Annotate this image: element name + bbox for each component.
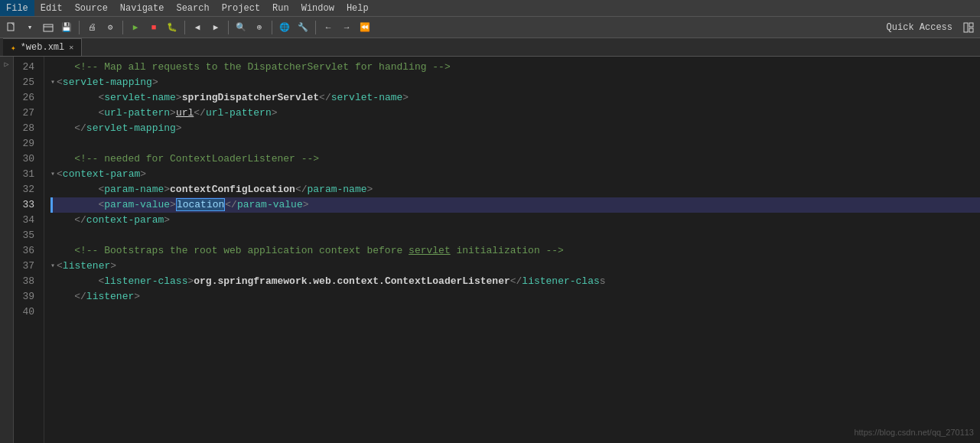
ln-28: 28 <box>17 121 37 136</box>
menu-navigate[interactable]: Navigate <box>114 0 171 16</box>
code-text-26: <servlet-name>springDispatcherServlet</s… <box>50 90 409 106</box>
code-text-24: <!-- Map all requests to the DispatcherS… <box>50 60 451 75</box>
tab-web-xml[interactable]: ✦ *web.xml ✕ <box>3 38 82 56</box>
tab-close-button[interactable]: ✕ <box>69 43 73 52</box>
code-line-32: <param-name>contextConfigLocation</param… <box>50 182 980 197</box>
ln-40: 40 <box>17 305 37 320</box>
btn7[interactable]: ← <box>320 19 337 36</box>
btn1[interactable]: ◀ <box>189 19 206 36</box>
fold-arrow-31[interactable]: ▾ <box>50 167 55 182</box>
new-button[interactable] <box>3 19 20 36</box>
btn8[interactable]: → <box>338 19 355 36</box>
fold-arrow-25[interactable]: ▾ <box>50 75 55 90</box>
menu-file[interactable]: File <box>0 0 34 16</box>
menu-help[interactable]: Help <box>340 0 375 16</box>
code-text-39: </listener> <box>50 289 140 305</box>
menu-run[interactable]: Run <box>266 0 295 16</box>
btn3[interactable]: 🔍 <box>233 19 249 36</box>
tab-bar: ✦ *web.xml ✕ <box>0 38 980 57</box>
editor-area: ▷ 24 25 26 27 28 29 30 31 32 33 34 35 36… <box>0 57 980 443</box>
code-line-28: </servlet-mapping> <box>50 121 980 136</box>
code-text-34: </context-param> <box>50 213 170 228</box>
properties-button[interactable]: ⚙ <box>102 19 119 36</box>
sep3 <box>184 21 185 34</box>
btn5[interactable]: 🌐 <box>276 19 293 36</box>
ln-34: 34 <box>17 213 37 228</box>
ln-39: 39 <box>17 289 37 305</box>
sep5 <box>272 21 272 34</box>
code-line-34: </context-param> <box>50 213 980 228</box>
quick-access-label: Quick Access <box>887 22 952 33</box>
code-line-38: <listener-class>org.springframework.web.… <box>50 274 980 289</box>
sep1 <box>79 21 80 34</box>
code-line-25: ▾<servlet-mapping> <box>50 75 980 90</box>
code-line-35 <box>50 228 980 243</box>
ln-30: 30 <box>17 151 37 167</box>
menu-window[interactable]: Window <box>295 0 340 16</box>
menu-source[interactable]: Source <box>69 0 114 16</box>
menu-bar: File Edit Source Navigate Search Project… <box>0 0 980 17</box>
save-button[interactable]: ▾ <box>21 19 38 36</box>
code-text-30: <!-- needed for ContextLoaderListener --… <box>50 151 319 167</box>
sep4 <box>228 21 229 34</box>
code-text-25: <servlet-mapping> <box>57 75 158 90</box>
gutter-icon-1: ▷ <box>1 58 13 70</box>
code-line-37: ▾<listener> <box>50 259 980 274</box>
layout-button[interactable] <box>960 19 977 36</box>
code-text-35 <box>50 228 57 243</box>
fold-arrow-37[interactable]: ▾ <box>50 259 55 274</box>
code-editor[interactable]: 24 25 26 27 28 29 30 31 32 33 34 35 36 3… <box>14 57 980 443</box>
code-content[interactable]: <!-- Map all requests to the DispatcherS… <box>44 57 980 443</box>
open-button[interactable] <box>40 19 57 36</box>
menu-project[interactable]: Project <box>216 0 266 16</box>
ln-33: 33 <box>17 197 37 213</box>
code-text-36: <!-- Bootstraps the root web application… <box>50 243 564 259</box>
code-line-31: ▾<context-param> <box>50 167 980 182</box>
svg-rect-1 <box>44 24 53 31</box>
ln-27: 27 <box>17 106 37 121</box>
code-line-33: <param-value>location</param-value> <box>50 197 980 213</box>
ln-24: 24 <box>17 60 37 75</box>
menu-search[interactable]: Search <box>170 0 215 16</box>
code-text-40 <box>50 305 57 320</box>
debug-button[interactable]: 🐛 <box>164 19 181 36</box>
code-text-38: <listener-class>org.springframework.web.… <box>50 274 606 289</box>
tab-label: *web.xml <box>21 42 65 53</box>
svg-rect-3 <box>969 23 973 27</box>
svg-rect-2 <box>964 23 968 32</box>
btn2[interactable]: ▶ <box>207 19 224 36</box>
tab-icon: ✦ <box>11 43 16 53</box>
ln-36: 36 <box>17 243 37 259</box>
print-button[interactable]: 🖨 <box>83 19 100 36</box>
code-text-32: <param-name>contextConfigLocation</param… <box>50 182 373 197</box>
watermark: https://blog.csdn.net/qq_270113 <box>854 428 974 437</box>
ln-31: 31 <box>17 167 37 182</box>
code-line-24: <!-- Map all requests to the DispatcherS… <box>50 60 980 75</box>
btn4[interactable]: ⊕ <box>251 19 268 36</box>
left-gutter: ▷ <box>0 57 14 443</box>
code-text-33: <param-value>location</param-value> <box>50 197 309 213</box>
menu-edit[interactable]: Edit <box>34 0 69 16</box>
ln-29: 29 <box>17 136 37 151</box>
code-text-37: <listener> <box>57 259 116 274</box>
svg-rect-4 <box>969 28 973 32</box>
code-text-29 <box>50 136 57 151</box>
code-text-31: <context-param> <box>57 167 146 182</box>
btn9[interactable]: ⏪ <box>357 19 373 36</box>
run-button[interactable]: ▶ <box>127 19 144 36</box>
code-line-40 <box>50 305 980 320</box>
code-line-36: <!-- Bootstraps the root web application… <box>50 243 980 259</box>
code-text-27: <url-pattern>url</url-pattern> <box>50 106 278 121</box>
line-numbers: 24 25 26 27 28 29 30 31 32 33 34 35 36 3… <box>14 57 44 443</box>
ln-37: 37 <box>17 259 37 274</box>
ln-32: 32 <box>17 182 37 197</box>
ln-38: 38 <box>17 274 37 289</box>
btn6[interactable]: 🔧 <box>295 19 311 36</box>
code-line-29 <box>50 136 980 151</box>
stop-button[interactable]: ■ <box>145 19 162 36</box>
save-all-button[interactable]: 💾 <box>58 19 75 36</box>
sep2 <box>122 21 123 34</box>
sep6 <box>315 21 316 34</box>
code-line-27: <url-pattern>url</url-pattern> <box>50 106 980 121</box>
ln-35: 35 <box>17 228 37 243</box>
